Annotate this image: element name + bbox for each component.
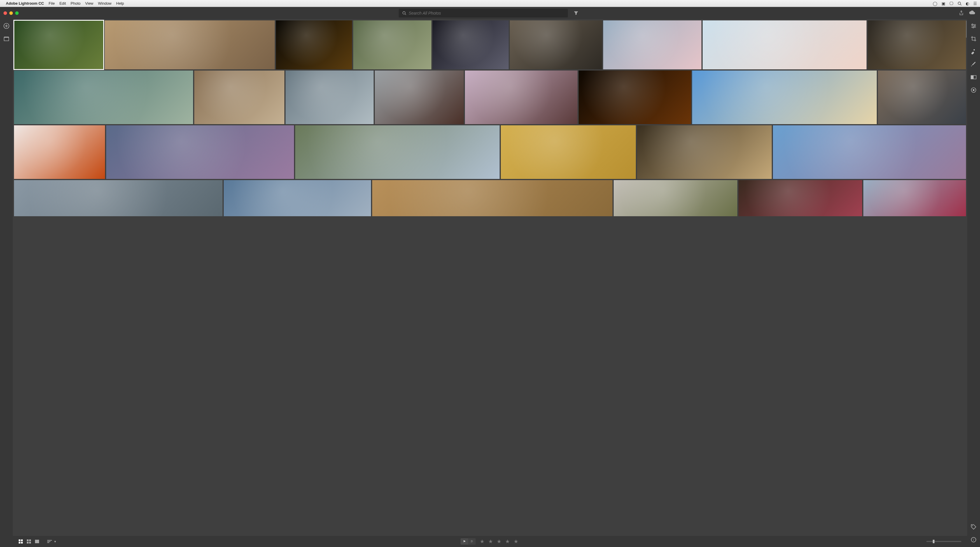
sort-icon — [47, 540, 52, 543]
photo-thumbnail[interactable] — [603, 21, 702, 69]
photo-thumbnail[interactable] — [14, 180, 223, 216]
photo-thumbnail[interactable] — [353, 21, 431, 69]
photo-thumbnail[interactable] — [105, 21, 275, 69]
grid-row — [14, 180, 966, 216]
photo-thumbnail[interactable] — [295, 125, 500, 179]
radial-gradient-button[interactable] — [970, 87, 977, 93]
edit-sliders-button[interactable] — [970, 23, 977, 29]
menu-help[interactable]: Help — [116, 1, 124, 6]
display-icon[interactable]: 🖵 — [950, 1, 953, 6]
view-grid-button[interactable] — [19, 539, 23, 544]
bottom-bar: ▼ ⚑ ⚐ ★ ★ ★ ★ ★ — [13, 536, 967, 547]
photo-thumbnail[interactable] — [106, 125, 294, 179]
healing-brush-button[interactable] — [970, 48, 977, 55]
photo-thumbnail[interactable] — [465, 71, 578, 124]
view-detail-button[interactable] — [35, 540, 39, 543]
menu-view[interactable]: View — [85, 1, 93, 6]
svg-point-21 — [972, 525, 973, 526]
search-field[interactable] — [399, 9, 568, 17]
brush-button[interactable] — [970, 61, 977, 68]
svg-point-20 — [973, 89, 974, 91]
rating-stars[interactable]: ★ ★ ★ ★ ★ — [480, 538, 519, 545]
svg-point-12 — [974, 25, 975, 27]
window-close-button[interactable] — [3, 11, 7, 15]
thumbnail-size-slider[interactable] — [926, 541, 961, 542]
menu-window[interactable]: Window — [98, 1, 111, 6]
photo-thumbnail[interactable] — [224, 180, 371, 216]
photo-thumbnail[interactable] — [372, 180, 612, 216]
photo-thumbnail[interactable] — [863, 180, 966, 216]
photo-thumbnail[interactable] — [501, 125, 636, 179]
right-rail: i — [967, 19, 980, 547]
photo-thumbnail[interactable] — [14, 21, 103, 69]
app-toolbar — [0, 7, 980, 19]
menu-edit[interactable]: Edit — [59, 1, 66, 6]
crop-button[interactable] — [970, 36, 977, 42]
photo-thumbnail[interactable] — [614, 180, 737, 216]
menu-file[interactable]: File — [49, 1, 55, 6]
svg-rect-15 — [971, 51, 974, 54]
photo-grid — [13, 19, 967, 536]
photo-thumbnail[interactable] — [738, 180, 862, 216]
creative-cloud-icon[interactable]: ◯ — [933, 1, 937, 6]
grid-row — [14, 125, 966, 179]
photo-thumbnail[interactable] — [773, 125, 966, 179]
screen-record-icon[interactable]: ▣ — [942, 1, 945, 6]
info-button[interactable]: i — [970, 536, 977, 543]
macos-menubar: Adobe Lightroom CC File Edit Photo View … — [0, 0, 980, 7]
keywords-button[interactable] — [970, 524, 977, 530]
photo-thumbnail[interactable] — [692, 71, 877, 124]
cloud-sync-icon[interactable] — [969, 11, 975, 16]
photo-thumbnail[interactable] — [637, 125, 772, 179]
svg-line-3 — [405, 14, 406, 15]
search-icon — [402, 11, 406, 15]
window-zoom-button[interactable] — [15, 11, 19, 15]
flag-controls: ⚑ ⚐ — [461, 538, 476, 545]
photo-thumbnail[interactable] — [14, 71, 193, 124]
spotlight-icon[interactable] — [958, 2, 962, 6]
menu-photo[interactable]: Photo — [71, 1, 81, 6]
photo-thumbnail[interactable] — [194, 71, 285, 124]
svg-point-14 — [973, 27, 974, 28]
filter-button[interactable] — [571, 9, 581, 17]
photo-thumbnail[interactable] — [276, 21, 352, 69]
window-minimize-button[interactable] — [10, 11, 13, 15]
flag-reject-button[interactable]: ⚐ — [468, 538, 476, 545]
grid-row — [14, 71, 966, 124]
photo-thumbnail[interactable] — [375, 71, 464, 124]
svg-rect-16 — [974, 49, 975, 51]
app-name[interactable]: Adobe Lightroom CC — [6, 1, 44, 6]
grid-row — [14, 21, 966, 69]
photo-thumbnail[interactable] — [703, 21, 867, 69]
view-square-grid-button[interactable] — [27, 539, 31, 544]
svg-point-0 — [958, 2, 961, 4]
left-rail — [0, 19, 13, 547]
flag-pick-button[interactable]: ⚑ — [461, 538, 468, 545]
share-button[interactable] — [959, 11, 964, 16]
photo-thumbnail[interactable] — [579, 71, 691, 124]
linear-gradient-button[interactable] — [970, 74, 977, 81]
photo-thumbnail[interactable] — [878, 71, 966, 124]
photo-thumbnail[interactable] — [510, 21, 602, 69]
photo-thumbnail[interactable] — [14, 125, 105, 179]
photo-thumbnail[interactable] — [286, 71, 374, 124]
photo-thumbnail[interactable] — [868, 21, 966, 69]
notification-center-icon[interactable]: ☰ — [973, 1, 977, 6]
my-photos-button[interactable] — [3, 36, 10, 42]
svg-rect-18 — [971, 76, 974, 79]
svg-rect-7 — [4, 37, 9, 41]
photo-thumbnail[interactable] — [433, 21, 509, 69]
svg-point-10 — [972, 24, 973, 25]
sort-button[interactable]: ▼ — [47, 540, 57, 543]
svg-point-2 — [403, 12, 406, 14]
add-photos-button[interactable] — [3, 23, 10, 29]
search-input[interactable] — [409, 11, 565, 16]
window-controls — [0, 11, 23, 15]
main-panel: ▼ ⚑ ⚐ ★ ★ ★ ★ ★ — [13, 19, 967, 547]
svg-rect-8 — [4, 37, 9, 38]
chevron-down-icon: ▼ — [54, 540, 57, 543]
svg-line-1 — [961, 4, 962, 5]
siri-icon[interactable]: ◐ — [966, 1, 969, 6]
